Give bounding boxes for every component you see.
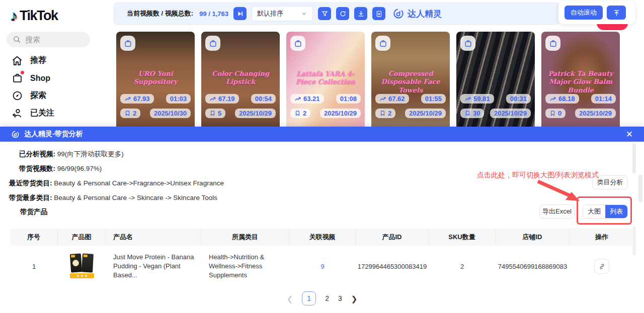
date-badge: 2025/10/29 (405, 109, 446, 118)
page-button[interactable]: 2 (325, 294, 329, 302)
close-icon[interactable]: ✕ (626, 130, 633, 139)
page-button[interactable]: 3 (338, 294, 342, 302)
view-list-button[interactable]: 列表 (605, 205, 627, 218)
score-badge: 59.81 (460, 94, 494, 103)
video-card[interactable]: URO Yoni Suppository 67.93 01:03 2 2025/… (116, 32, 195, 137)
page-button-current[interactable]: 1 (302, 291, 316, 305)
skip-forward-button[interactable] (233, 7, 247, 20)
following-icon (11, 108, 23, 120)
video-card[interactable]: Compressed Disposable Face Towels 67.62 … (371, 32, 450, 137)
export-file-button[interactable] (372, 7, 385, 20)
autoscroll-button[interactable]: 自动滚动 (565, 6, 603, 20)
shopping-bag-icon[interactable] (290, 36, 305, 51)
score-badge: 67.19 (205, 94, 239, 103)
video-title-overlay: Patrick Ta Beauty Major Glow Balm Bundle (541, 70, 620, 94)
product-id: 1729964465300083419 (356, 263, 429, 270)
panel-title: 达人精灵-带货分析 (24, 130, 83, 139)
shopping-bag-icon[interactable] (545, 36, 560, 51)
panel-logo-icon (11, 130, 20, 139)
stat-recent-category: 最近带货类目: Beauty & Personal Care->Fragranc… (9, 179, 224, 188)
filter-button[interactable] (318, 7, 331, 20)
duration-badge: 00:54 (251, 94, 276, 103)
search-box[interactable] (7, 32, 90, 47)
search-icon (13, 35, 21, 44)
tiktok-logo[interactable]: ♪ TikTok (10, 8, 58, 24)
shopping-bag-icon[interactable] (460, 36, 475, 51)
column-header-sku: SKU数量 (429, 229, 496, 246)
shopping-bag-icon[interactable] (205, 36, 220, 51)
video-card[interactable]: Patrick Ta Beauty Major Glow Balm Bundle… (541, 32, 620, 137)
tiktok-logo-text: TikTok (20, 8, 58, 24)
stat-product-videos: 带货视频数: 96/99(96.97%) (19, 164, 102, 173)
app-root: ♪ TikTok 推荐 Shop (0, 0, 644, 313)
product-category: Health->Nutrition & Wellness->Fitness Su… (201, 253, 289, 280)
saves-badge: 5 (205, 109, 225, 118)
duration-badge: 01:03 (166, 94, 191, 103)
filter-icon (321, 10, 329, 18)
video-title-overlay: Color Changing Lipstick (201, 70, 280, 86)
sku-count: 2 (429, 263, 496, 270)
duration-badge: 01:08 (336, 94, 361, 103)
sort-dropdown[interactable]: 默认排序 (252, 6, 313, 21)
row-index: 1 (10, 263, 58, 270)
shopping-bag-icon[interactable] (375, 36, 390, 51)
product-image[interactable] (70, 253, 94, 279)
sidebar-item-label: 已关注 (30, 108, 54, 119)
scroll-top-icon (613, 9, 620, 17)
sidebar-item-explore[interactable]: 探索 (0, 87, 113, 105)
score-badge: 67.93 (120, 94, 154, 103)
brand-logo-icon (392, 8, 405, 20)
column-header-shop-id: 店铺ID (496, 229, 570, 246)
download-button[interactable] (354, 7, 367, 20)
video-card[interactable]: Lattafa YARA 4-Piece Collection 63.21 01… (286, 32, 365, 137)
home-icon (11, 55, 23, 67)
duration-badge: 01:14 (591, 94, 616, 103)
extension-brand: 达人精灵 (392, 8, 442, 20)
annotation-text: 点击此处，即可切换大图/列表浏览模式 (477, 171, 599, 180)
link-icon (598, 263, 606, 270)
sort-dropdown-value: 默认排序 (257, 9, 283, 18)
refresh-button[interactable] (336, 7, 349, 20)
video-title-overlay: URO Yoni Suppository (116, 70, 195, 86)
download-icon (357, 10, 365, 18)
skip-forward-icon (236, 10, 244, 18)
related-videos-link[interactable]: 9 (320, 263, 324, 270)
view-big-image-button[interactable]: 大图 (583, 205, 605, 218)
refresh-icon (339, 10, 347, 18)
date-badge: 2025/10/29 (490, 109, 531, 118)
column-header-category: 所属类目 (201, 229, 289, 246)
panel-scrollbar-thumb[interactable] (632, 143, 636, 173)
scroll-top-button[interactable] (607, 6, 626, 20)
compass-icon (11, 90, 23, 102)
pagination: ❮ 1 2 3 ❯ (0, 291, 644, 305)
panel-scrollbar-thumb-lower[interactable] (632, 226, 636, 255)
saves-badge: 2 (120, 109, 140, 118)
video-grid: URO Yoni Suppository 67.93 01:03 2 2025/… (116, 32, 620, 137)
video-count-value: 99 / 1,763 (199, 10, 228, 18)
actions-cell (570, 259, 634, 274)
open-link-button[interactable] (594, 259, 609, 274)
video-card[interactable]: 59.81 00:31 30 2025/10/29 (456, 32, 535, 137)
export-excel-button[interactable]: 导出Excel (539, 204, 575, 219)
search-input[interactable] (25, 35, 80, 44)
page-scrollbar-thumb[interactable] (638, 175, 642, 202)
shopping-bag-icon[interactable] (120, 36, 135, 51)
related-videos-cell: 9 (289, 263, 356, 270)
video-toolbar: 当前视频数 / 视频总数: 99 / 1,763 默认排序 (113, 2, 560, 25)
video-card[interactable]: Color Changing Lipstick 67.19 00:54 5 20… (201, 32, 280, 137)
view-mode-toggle: 大图 列表 (583, 204, 628, 219)
notification-dot (21, 71, 24, 74)
next-page-icon[interactable]: ❯ (351, 295, 358, 302)
sidebar-item-label: 探索 (30, 90, 46, 101)
column-header-image: 产品图 (58, 229, 106, 246)
sidebar-item-following[interactable]: 已关注 (0, 105, 113, 122)
date-badge: 2025/10/29 (575, 109, 616, 118)
tiktok-note-icon: ♪ (10, 9, 18, 24)
sidebar-item-shop[interactable]: Shop (0, 69, 113, 87)
prev-page-icon[interactable]: ❮ (287, 295, 293, 302)
video-title-overlay: Lattafa YARA 4-Piece Collection (286, 70, 365, 86)
sidebar-item-foryou[interactable]: 推荐 (0, 52, 113, 69)
column-header-name: 产品名 (106, 229, 201, 246)
shop-id: 7495540699168869083 (496, 263, 570, 270)
date-badge: 2025/10/29 (235, 109, 276, 118)
